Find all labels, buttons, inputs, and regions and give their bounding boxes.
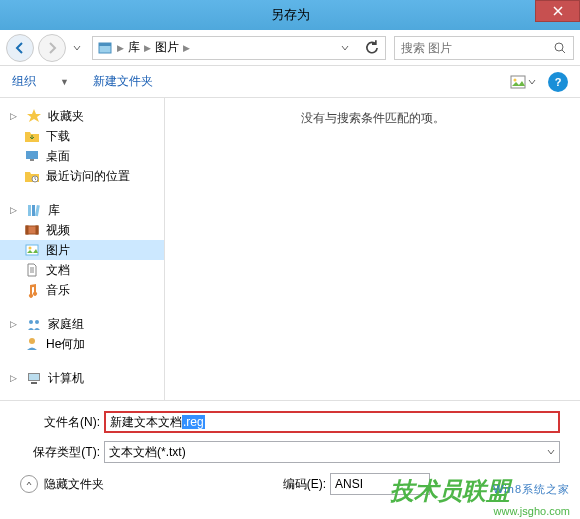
help-button[interactable]: ? <box>548 72 568 92</box>
svg-rect-9 <box>32 205 35 216</box>
expand-icon: ▷ <box>10 319 20 329</box>
filetype-label: 保存类型(T): <box>20 444 100 461</box>
video-icon <box>24 222 40 238</box>
chevron-down-icon <box>528 78 536 86</box>
chevron-down-icon <box>73 44 81 52</box>
search-input[interactable] <box>401 41 553 55</box>
sidebar-favorites[interactable]: ▷ 收藏夹 <box>0 106 164 126</box>
svg-rect-1 <box>99 43 111 46</box>
svg-point-16 <box>29 320 33 324</box>
star-icon <box>26 108 42 124</box>
expand-icon: ▷ <box>10 373 20 383</box>
pictures-icon <box>24 242 40 258</box>
library-icon <box>26 202 42 218</box>
computer-group: ▷ 计算机 <box>0 368 164 388</box>
music-icon <box>24 282 40 298</box>
address-bar[interactable]: ▶ 库 ▶ 图片 ▶ <box>92 36 386 60</box>
homegroup-label: 家庭组 <box>48 316 84 333</box>
title-bar: 另存为 <box>0 0 580 30</box>
libraries-group: ▷ 库 视频 图片 文档 音乐 <box>0 200 164 300</box>
favorites-label: 收藏夹 <box>48 108 84 125</box>
sidebar-item-label: 文档 <box>46 262 70 279</box>
close-icon <box>553 6 563 16</box>
empty-message: 没有与搜索条件匹配的项。 <box>177 110 568 127</box>
sidebar-item-label: 音乐 <box>46 282 70 299</box>
sidebar-item-label: 视频 <box>46 222 70 239</box>
libraries-label: 库 <box>48 202 60 219</box>
svg-rect-13 <box>36 226 38 234</box>
sidebar-videos[interactable]: 视频 <box>0 220 164 240</box>
svg-rect-20 <box>29 374 39 380</box>
svg-point-18 <box>29 338 35 344</box>
encoding-select[interactable]: ANSI <box>330 473 430 495</box>
computer-icon <box>26 370 42 386</box>
svg-rect-8 <box>28 205 31 216</box>
search-box[interactable] <box>394 36 574 60</box>
breadcrumb-separator: ▶ <box>144 43 151 53</box>
save-panel: 文件名(N): 新建文本文档.reg 保存类型(T): 文本文档(*.txt) … <box>0 400 580 505</box>
search-icon <box>553 41 567 55</box>
arrow-left-icon <box>13 41 27 55</box>
sidebar-music[interactable]: 音乐 <box>0 280 164 300</box>
view-options-button[interactable] <box>506 73 540 91</box>
sidebar-recent[interactable]: 最近访问的位置 <box>0 166 164 186</box>
sidebar: ▷ 收藏夹 下载 桌面 最近访问的位置 ▷ 库 <box>0 98 165 400</box>
hide-folders-toggle[interactable]: 隐藏文件夹 <box>20 475 104 493</box>
filename-input[interactable]: 新建文本文档.reg <box>104 411 560 433</box>
breadcrumb-item[interactable]: 图片 <box>155 39 179 56</box>
close-button[interactable] <box>535 0 580 22</box>
arrow-right-icon <box>45 41 59 55</box>
sidebar-pictures[interactable]: 图片 <box>0 240 164 260</box>
homegroup-group: ▷ 家庭组 He何加 <box>0 314 164 354</box>
new-folder-button[interactable]: 新建文件夹 <box>93 73 153 90</box>
desktop-icon <box>24 148 40 164</box>
breadcrumb-separator: ▶ <box>117 43 124 53</box>
filetype-select[interactable]: 文本文档(*.txt) <box>104 441 560 463</box>
address-dropdown-icon[interactable] <box>341 44 349 52</box>
sidebar-libraries[interactable]: ▷ 库 <box>0 200 164 220</box>
encoding-label: 编码(E): <box>283 476 326 493</box>
svg-point-17 <box>35 320 39 324</box>
back-button[interactable] <box>6 34 34 62</box>
sidebar-item-label: 最近访问的位置 <box>46 168 130 185</box>
filename-label: 文件名(N): <box>20 414 100 431</box>
nav-history-dropdown[interactable] <box>70 34 84 62</box>
sidebar-desktop[interactable]: 桌面 <box>0 146 164 166</box>
sidebar-item-label: He何加 <box>46 336 85 353</box>
document-icon <box>24 262 40 278</box>
svg-rect-21 <box>31 382 37 384</box>
collapse-icon <box>20 475 38 493</box>
encoding-value: ANSI <box>335 477 425 491</box>
sidebar-item-label: 下载 <box>46 128 70 145</box>
download-folder-icon <box>24 128 40 144</box>
file-list-area: 没有与搜索条件匹配的项。 <box>165 98 580 400</box>
svg-point-2 <box>555 43 563 51</box>
library-icon <box>97 40 113 56</box>
organize-dropdown-icon: ▼ <box>60 77 69 87</box>
sidebar-item-label: 桌面 <box>46 148 70 165</box>
computer-label: 计算机 <box>48 370 84 387</box>
sidebar-user[interactable]: He何加 <box>0 334 164 354</box>
svg-rect-5 <box>26 151 38 159</box>
expand-icon: ▷ <box>10 111 20 121</box>
refresh-button[interactable] <box>363 39 381 57</box>
forward-button[interactable] <box>38 34 66 62</box>
expand-icon: ▷ <box>10 205 20 215</box>
picture-icon <box>510 75 526 89</box>
svg-point-15 <box>29 247 32 250</box>
svg-rect-12 <box>26 226 28 234</box>
filename-prefix: 新建文本文档 <box>110 414 182 431</box>
sidebar-downloads[interactable]: 下载 <box>0 126 164 146</box>
sidebar-documents[interactable]: 文档 <box>0 260 164 280</box>
user-icon <box>24 336 40 352</box>
sidebar-homegroup[interactable]: ▷ 家庭组 <box>0 314 164 334</box>
content-area: ▷ 收藏夹 下载 桌面 最近访问的位置 ▷ 库 <box>0 98 580 400</box>
window-title: 另存为 <box>271 6 310 24</box>
recent-icon <box>24 168 40 184</box>
homegroup-icon <box>26 316 42 332</box>
breadcrumb-separator: ▶ <box>183 43 190 53</box>
svg-rect-6 <box>30 159 34 161</box>
breadcrumb-item[interactable]: 库 <box>128 39 140 56</box>
sidebar-computer[interactable]: ▷ 计算机 <box>0 368 164 388</box>
organize-menu[interactable]: 组织 <box>12 73 36 90</box>
